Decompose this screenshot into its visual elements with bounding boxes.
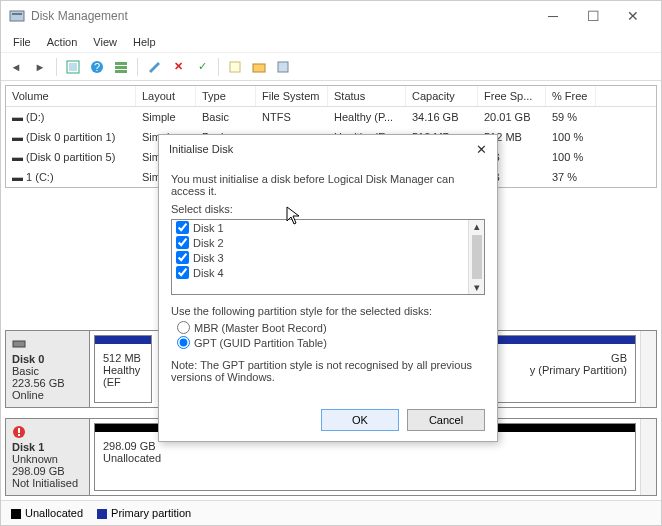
delete-icon[interactable]: ✕: [167, 56, 189, 78]
svg-rect-10: [253, 64, 265, 72]
cell: Basic: [196, 109, 256, 125]
svg-rect-9: [230, 62, 240, 72]
disk-checkbox-row[interactable]: Disk 3: [172, 250, 468, 265]
disk-size: 298.09 GB: [12, 465, 65, 477]
disk-name: Disk 0: [12, 353, 44, 365]
col-filesystem[interactable]: File System: [256, 86, 328, 106]
scrollbar[interactable]: [640, 331, 656, 407]
legend-unallocated: Unallocated: [11, 507, 83, 519]
close-button[interactable]: ✕: [613, 2, 653, 30]
disk-checkbox-row[interactable]: Disk 4: [172, 265, 468, 280]
legend-label: Primary partition: [111, 507, 191, 519]
disk-label: Disk 1: [193, 222, 224, 234]
open-icon[interactable]: [248, 56, 270, 78]
volume-row[interactable]: ▬ (D:) Simple Basic NTFS Healthy (P... 3…: [6, 107, 656, 127]
cell: 20.01 GB: [478, 109, 546, 125]
warning-icon: [12, 425, 26, 439]
gpt-radio-row[interactable]: GPT (GUID Partition Table): [177, 336, 485, 349]
partition-status: Unallocated: [103, 452, 627, 464]
volume-name: (D:): [26, 111, 44, 123]
ok-button[interactable]: OK: [321, 409, 399, 431]
menu-help[interactable]: Help: [125, 34, 164, 50]
svg-rect-6: [115, 62, 127, 65]
legend: Unallocated Primary partition: [1, 500, 661, 525]
volume-icon: ▬: [12, 171, 26, 183]
col-volume[interactable]: Volume: [6, 86, 136, 106]
cancel-button[interactable]: Cancel: [407, 409, 485, 431]
scrollbar[interactable]: ▴▾: [468, 220, 484, 294]
cell: 100 %: [546, 129, 596, 145]
separator: [218, 58, 219, 76]
disk-state: Online: [12, 389, 44, 401]
disk-checkbox[interactable]: [176, 251, 189, 264]
maximize-button[interactable]: ☐: [573, 2, 613, 30]
separator: [56, 58, 57, 76]
dialog-titlebar[interactable]: Initialise Disk ✕: [159, 135, 497, 163]
col-capacity[interactable]: Capacity: [406, 86, 478, 106]
disk-size: 223.56 GB: [12, 377, 65, 389]
disk-0-info: Disk 0 Basic 223.56 GB Online: [6, 331, 90, 407]
menu-view[interactable]: View: [85, 34, 125, 50]
disk-name: Disk 1: [12, 441, 44, 453]
cell: Simple: [136, 109, 196, 125]
svg-rect-0: [10, 11, 24, 21]
dialog-body: You must initialise a disk before Logica…: [159, 163, 497, 399]
disk-checkbox[interactable]: [176, 266, 189, 279]
disk-checkbox-row[interactable]: Disk 1: [172, 220, 468, 235]
menu-file[interactable]: File: [5, 34, 39, 50]
disk-label: Disk 4: [193, 267, 224, 279]
cell: Healthy (P...: [328, 109, 406, 125]
col-type[interactable]: Type: [196, 86, 256, 106]
back-icon[interactable]: ◄: [5, 56, 27, 78]
svg-rect-3: [69, 63, 77, 71]
initialise-disk-dialog: Initialise Disk ✕ You must initialise a …: [158, 134, 498, 442]
check-icon[interactable]: ✓: [191, 56, 213, 78]
gpt-radio[interactable]: [177, 336, 190, 349]
window-title: Disk Management: [31, 9, 533, 23]
scrollbar[interactable]: [640, 419, 656, 495]
partition-status: Healthy (EF: [103, 364, 143, 388]
col-freespace[interactable]: Free Sp...: [478, 86, 546, 106]
volume-list-header: Volume Layout Type File System Status Ca…: [6, 86, 656, 107]
svg-rect-12: [13, 341, 25, 347]
properties-icon[interactable]: [272, 56, 294, 78]
svg-rect-11: [278, 62, 288, 72]
new-icon[interactable]: [224, 56, 246, 78]
volume-name: (Disk 0 partition 5): [26, 151, 115, 163]
minimize-button[interactable]: ─: [533, 2, 573, 30]
legend-primary: Primary partition: [97, 507, 191, 519]
disk-checkbox-row[interactable]: Disk 2: [172, 235, 468, 250]
menu-action[interactable]: Action: [39, 34, 86, 50]
disk-1-info: Disk 1 Unknown 298.09 GB Not Initialised: [6, 419, 90, 495]
action-icon[interactable]: [143, 56, 165, 78]
disk-checkbox[interactable]: [176, 236, 189, 249]
disk-checkbox[interactable]: [176, 221, 189, 234]
svg-rect-8: [115, 70, 127, 73]
help-icon[interactable]: ?: [86, 56, 108, 78]
cell: 59 %: [546, 109, 596, 125]
list-icon[interactable]: [110, 56, 132, 78]
mbr-radio-row[interactable]: MBR (Master Boot Record): [177, 321, 485, 334]
select-disks-label: Select disks:: [171, 203, 485, 215]
scroll-down-icon[interactable]: ▾: [474, 281, 480, 294]
col-pctfree[interactable]: % Free: [546, 86, 596, 106]
forward-icon[interactable]: ►: [29, 56, 51, 78]
dialog-note: Note: The GPT partition style is not rec…: [171, 359, 485, 383]
col-status[interactable]: Status: [328, 86, 406, 106]
mbr-radio[interactable]: [177, 321, 190, 334]
dialog-buttons: OK Cancel: [159, 399, 497, 441]
app-icon: [9, 8, 25, 24]
disk-kind: Unknown: [12, 453, 58, 465]
partition-size: 512 MB: [103, 352, 143, 364]
svg-rect-15: [18, 434, 20, 436]
menu-bar: File Action View Help: [1, 31, 661, 53]
col-layout[interactable]: Layout: [136, 86, 196, 106]
refresh-icon[interactable]: [62, 56, 84, 78]
scroll-up-icon[interactable]: ▴: [474, 220, 480, 233]
close-icon[interactable]: ✕: [476, 142, 487, 157]
partition[interactable]: 512 MB Healthy (EF: [94, 335, 152, 403]
legend-label: Unallocated: [25, 507, 83, 519]
disk-select-list: Disk 1 Disk 2 Disk 3 Disk 4 ▴▾: [171, 219, 485, 295]
disk-label: Disk 2: [193, 237, 224, 249]
cell: NTFS: [256, 109, 328, 125]
